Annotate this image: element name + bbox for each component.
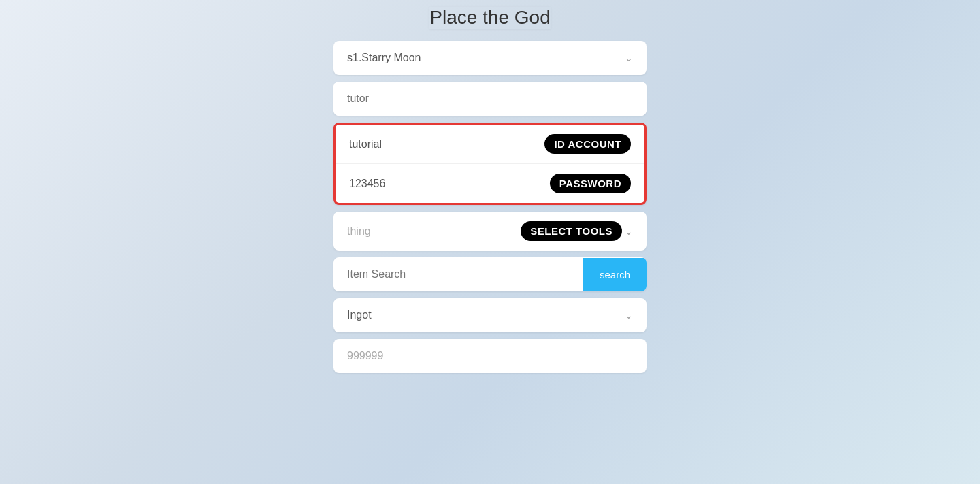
ingot-label: Ingot	[347, 309, 372, 321]
thing-label: thing	[347, 225, 371, 238]
password-row: 123456 PASSWORD	[336, 164, 644, 203]
quantity-input[interactable]	[333, 339, 647, 373]
password-badge: PASSWORD	[550, 174, 631, 193]
server-select-label: s1.Starry Moon	[347, 52, 421, 64]
id-account-badge: ID ACCOUNT	[544, 134, 631, 154]
select-tools-dropdown[interactable]: thing SELECT TOOLS ⌄	[333, 212, 647, 251]
search-container: search	[333, 257, 647, 291]
id-account-text: tutorial	[349, 138, 382, 150]
tutor-input[interactable]	[333, 82, 647, 116]
chevron-down-icon: ⌄	[625, 310, 633, 321]
tutor-input-container	[333, 82, 647, 116]
chevron-down-icon: ⌄	[625, 226, 633, 237]
quantity-container	[333, 339, 647, 373]
credentials-card: tutorial ID ACCOUNT 123456 PASSWORD	[333, 123, 647, 205]
id-account-row: tutorial ID ACCOUNT	[336, 125, 644, 164]
select-tools-badge: SELECT TOOLS	[521, 221, 622, 241]
search-input[interactable]	[333, 257, 583, 291]
password-text: 123456	[349, 178, 385, 190]
search-button[interactable]: search	[583, 258, 647, 291]
page-title: Place the God	[429, 7, 550, 29]
ingot-dropdown[interactable]: Ingot ⌄	[333, 298, 647, 332]
chevron-down-icon: ⌄	[625, 52, 633, 63]
server-select-dropdown[interactable]: s1.Starry Moon ⌄	[333, 41, 647, 75]
